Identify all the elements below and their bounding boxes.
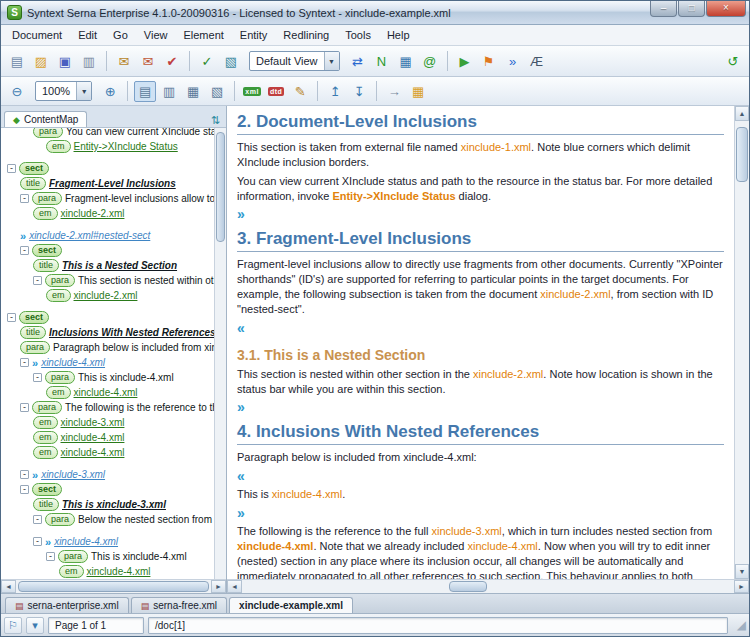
element-tag-sect[interactable]: sect: [19, 162, 49, 175]
menu-element[interactable]: Element: [176, 27, 230, 43]
menu-go[interactable]: Go: [106, 27, 135, 43]
tree-node[interactable]: titleThis is xinclude-3.xml: [3, 497, 214, 512]
file-tab[interactable]: xinclude-example.xml: [229, 597, 353, 613]
collapse-toggle[interactable]: -: [20, 358, 29, 367]
tab-contentmap[interactable]: ◆ ContentMap: [4, 111, 87, 127]
scroll-up-icon[interactable]: ▲: [735, 106, 749, 121]
document-content[interactable]: 2. Document-Level InclusionsThis section…: [227, 106, 734, 579]
scrollbar-thumb[interactable]: [736, 127, 748, 182]
tree-node[interactable]: -paraThis is xinclude-4.xml: [3, 370, 214, 385]
scrollbar-thumb[interactable]: [449, 581, 487, 592]
menu-entity[interactable]: Entity: [233, 27, 275, 43]
scroll-left-icon[interactable]: ◄: [1, 580, 16, 593]
paragraph[interactable]: This section is taken from external file…: [237, 140, 724, 170]
tree-node[interactable]: titleThis is a Nested Section: [3, 258, 214, 273]
paragraph[interactable]: The following is the reference to the fu…: [237, 524, 724, 579]
collapse-toggle[interactable]: -: [7, 313, 16, 322]
dtd-badge-icon[interactable]: dtd: [265, 81, 287, 102]
tree-node[interactable]: -paraThis section is nested within other: [3, 273, 214, 288]
element-tag-em[interactable]: em: [33, 446, 58, 459]
tree-node[interactable]: -sect: [3, 161, 214, 176]
inline-link[interactable]: xinclude-1.xml: [461, 141, 531, 153]
collapse-toggle[interactable]: -: [20, 246, 29, 255]
element-tag-title[interactable]: title: [33, 498, 59, 511]
inline-link[interactable]: xinclude-4.xml: [468, 540, 538, 552]
print-icon[interactable]: ▥: [78, 51, 100, 72]
inline-link[interactable]: xinclude-3.xml: [431, 525, 501, 537]
zoom-in-icon[interactable]: ⊕: [99, 81, 121, 102]
file-tab[interactable]: ▤serna-enterprise.xml: [5, 597, 129, 613]
tree-node[interactable]: emxinclude-2.xml: [3, 206, 214, 221]
insert-element-icon[interactable]: ⇄: [347, 51, 369, 72]
inline-link[interactable]: xinclude-2.xml: [473, 368, 543, 380]
element-tag-title[interactable]: title: [33, 259, 59, 272]
menu-help[interactable]: Help: [380, 27, 417, 43]
insert-table-icon[interactable]: ▦: [395, 51, 417, 72]
special-chars-icon[interactable]: Æ: [526, 51, 548, 72]
inline-link[interactable]: xinclude-4.xml: [272, 488, 342, 500]
minimize-button[interactable]: –: [650, 1, 677, 17]
view-split-icon[interactable]: ▧: [206, 81, 228, 102]
refresh-icon[interactable]: ↺: [722, 51, 744, 72]
tree-node[interactable]: titleFragment-Level Inclusions: [3, 176, 214, 191]
collapse-toggle[interactable]: -: [33, 276, 42, 285]
element-tag-em[interactable]: em: [46, 289, 71, 302]
move-down-icon[interactable]: ↧: [348, 81, 370, 102]
element-tag-em[interactable]: em: [33, 207, 58, 220]
collapse-toggle[interactable]: -: [33, 537, 42, 546]
inline-link[interactable]: xinclude-2.xml: [540, 288, 610, 300]
paragraph[interactable]: This section is nested within other sect…: [237, 367, 724, 397]
tree-node[interactable]: -paraBelow the nested section from xin: [3, 512, 214, 527]
element-tag-em[interactable]: em: [46, 140, 71, 153]
tree-node[interactable]: paraYou can view current XInclude status…: [3, 128, 214, 139]
tree-node[interactable]: -»xinclude-3.xml: [3, 467, 214, 482]
element-tag-para[interactable]: para: [20, 341, 50, 354]
flag-icon[interactable]: ⚑: [478, 51, 500, 72]
tree-vscrollbar[interactable]: [214, 128, 226, 579]
element-tag-em[interactable]: em: [46, 386, 71, 399]
validate-icon[interactable]: ✔: [161, 51, 183, 72]
scroll-right-icon[interactable]: ►: [211, 580, 226, 593]
tree-hscrollbar[interactable]: ◄ ►: [1, 579, 226, 593]
element-tag-em[interactable]: em: [59, 565, 84, 578]
maximize-button[interactable]: □: [678, 1, 705, 17]
element-tag-para[interactable]: para: [32, 192, 62, 205]
save-icon[interactable]: ▣: [54, 51, 76, 72]
element-tag-sect[interactable]: sect: [32, 483, 62, 496]
insert-inline-icon[interactable]: N: [371, 51, 393, 72]
next-location-icon[interactable]: →: [383, 81, 405, 102]
element-tag-title[interactable]: title: [20, 326, 46, 339]
element-tag-title[interactable]: title: [20, 177, 46, 190]
scroll-left-icon[interactable]: ◄: [227, 580, 242, 593]
tree-node[interactable]: -sect: [3, 482, 214, 497]
resize-grip[interactable]: ◢: [732, 618, 746, 632]
move-up-icon[interactable]: ↥: [324, 81, 346, 102]
title-bar[interactable]: S Syntext Serna Enterprise 4.1.0-2009031…: [1, 1, 749, 25]
tree-node[interactable]: -paraThe following is the reference to t…: [3, 400, 214, 415]
collapse-toggle[interactable]: -: [7, 164, 16, 173]
tree-node[interactable]: emxinclude-4.xml: [3, 445, 214, 460]
new-document-icon[interactable]: ▤: [6, 51, 28, 72]
paragraph[interactable]: You can view current XInclude status and…: [237, 174, 724, 204]
inline-link[interactable]: Entity->XInclude Status: [332, 190, 455, 202]
collapse-toggle[interactable]: -: [20, 485, 29, 494]
tree-node[interactable]: emxinclude-4.xml: [3, 385, 214, 400]
scrollbar-thumb[interactable]: [18, 581, 209, 592]
element-tag-para[interactable]: para: [32, 401, 62, 414]
scroll-right-icon[interactable]: ►: [734, 580, 749, 593]
collapse-toggle[interactable]: -: [20, 194, 29, 203]
history-down-icon[interactable]: ▾: [26, 617, 44, 634]
tree-node[interactable]: emEntity->XInclude Status: [3, 139, 214, 154]
view-tags-icon[interactable]: ▥: [158, 81, 180, 102]
open-folder-icon[interactable]: ▨: [30, 51, 52, 72]
element-tag-em[interactable]: em: [33, 431, 58, 444]
collapse-toggle[interactable]: -: [33, 373, 42, 382]
xml-badge-icon[interactable]: xml: [241, 81, 263, 102]
tree-node[interactable]: -»xinclude-4.xml: [3, 534, 214, 549]
mail-export-icon[interactable]: ✉: [137, 51, 159, 72]
collapse-toggle[interactable]: -: [33, 515, 42, 524]
tree-node[interactable]: titleInclusions With Nested References: [3, 325, 214, 340]
view-mode-select[interactable]: Default View ▼: [249, 51, 340, 71]
tree-node[interactable]: -paraFragment-level inclusions allow to …: [3, 191, 214, 206]
menu-document[interactable]: Document: [5, 27, 69, 43]
